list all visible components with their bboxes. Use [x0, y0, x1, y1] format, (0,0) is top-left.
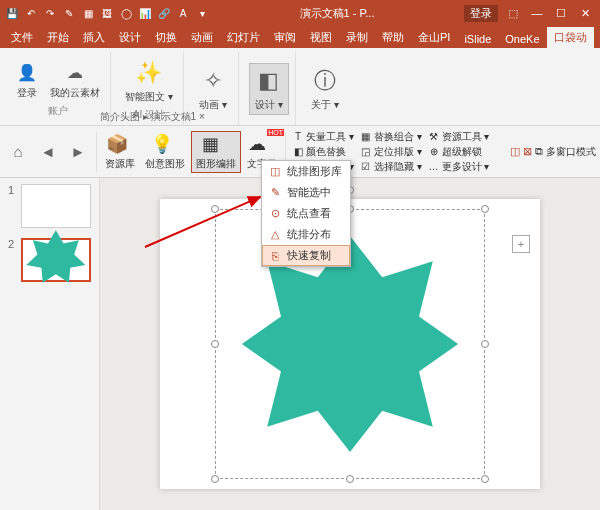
brush-icon[interactable]: ✎: [61, 5, 77, 21]
design-button[interactable]: ◧ 设计 ▾: [249, 63, 289, 115]
tab-addin1[interactable]: 金山PI: [411, 27, 457, 48]
resize-handle-sw[interactable]: [211, 475, 219, 483]
tab-view[interactable]: 视图: [303, 27, 339, 48]
vector-tools-button[interactable]: T矢量工具 ▾: [290, 130, 356, 144]
position-layout-button[interactable]: ◲定位排版 ▾: [358, 145, 424, 159]
grid-icon: ▦: [202, 133, 230, 157]
smart-graphic-button[interactable]: ✨ 智能图文 ▾: [121, 56, 177, 106]
cloud-hot-icon: ☁HOT: [248, 133, 276, 157]
menu-item-library[interactable]: ◫统排图形库: [262, 161, 350, 182]
resource-lib-button[interactable]: 📦 资源库: [101, 132, 139, 172]
ribbon-group-account: 👤 登录 ☁ 我的云素材 账户: [6, 52, 111, 125]
tab-pocket[interactable]: 口袋动: [547, 27, 594, 48]
more-design-button[interactable]: …更多设计 ▾: [426, 160, 492, 174]
design-icon: ◧: [254, 66, 284, 96]
menu-item-distribute[interactable]: △统排分布: [262, 224, 350, 245]
more-icon: …: [428, 161, 440, 173]
resize-handle-w[interactable]: [211, 340, 219, 348]
redo-icon[interactable]: ↷: [42, 5, 58, 21]
tab-newgroup[interactable]: 新建组: [594, 27, 600, 48]
thumbnail-2[interactable]: 2: [8, 238, 91, 282]
thumbnail-1[interactable]: 1: [8, 184, 91, 228]
animation-icon: ✧: [198, 66, 228, 96]
tab-addin2[interactable]: iSlide: [457, 30, 498, 48]
super-unlock-button[interactable]: ⊕超级解锁: [426, 145, 492, 159]
grid-icon: ▦: [360, 131, 372, 143]
replace-group-button[interactable]: ▦替换组合 ▾: [358, 130, 424, 144]
maximize-button[interactable]: ☐: [550, 7, 572, 20]
forward-button[interactable]: ►: [64, 140, 92, 164]
close-box-icon[interactable]: ⊠: [523, 145, 532, 158]
tab-addin3[interactable]: OneKe: [498, 30, 546, 48]
ribbon-options-button[interactable]: ⬚: [502, 7, 524, 20]
menu-item-quick-copy[interactable]: ⎘快速复制: [262, 245, 350, 266]
breadcrumb-item[interactable]: 演示文稿1 ×: [151, 111, 205, 122]
breadcrumb-item[interactable]: 简介头图 ▸: [100, 111, 148, 122]
more-icon[interactable]: ▾: [194, 5, 210, 21]
layout-add-button[interactable]: +: [512, 235, 530, 253]
tab-review[interactable]: 审阅: [267, 27, 303, 48]
text-icon[interactable]: A: [175, 5, 191, 21]
creative-shapes-button[interactable]: 💡 创意图形: [141, 132, 189, 172]
close-button[interactable]: ✕: [574, 7, 596, 20]
multi-window-icon[interactable]: ⧉: [535, 145, 543, 158]
tool-column-3: ⚒资源工具 ▾ ⊕超级解锁 …更多设计 ▾: [426, 130, 492, 174]
menu-item-smart-select[interactable]: ✎智能选中: [262, 182, 350, 203]
link-icon[interactable]: 🔗: [156, 5, 172, 21]
tab-file[interactable]: 文件: [4, 27, 40, 48]
sparkle-icon: ✨: [134, 58, 164, 88]
shape-arrange-button[interactable]: ▦ 图形编排: [191, 131, 241, 173]
library-icon: ◫: [268, 165, 282, 178]
tab-slideshow[interactable]: 幻灯片: [220, 27, 267, 48]
resize-handle-nw[interactable]: [211, 205, 219, 213]
undo-icon[interactable]: ↶: [23, 5, 39, 21]
tab-transitions[interactable]: 切换: [148, 27, 184, 48]
chart-icon[interactable]: 📊: [137, 5, 153, 21]
tab-insert[interactable]: 插入: [76, 27, 112, 48]
eye-icon: ☑: [360, 161, 372, 173]
back-button[interactable]: ◄: [34, 140, 62, 164]
warning-icon: △: [268, 228, 282, 241]
copy-icon: ⎘: [268, 250, 282, 262]
tab-animations[interactable]: 动画: [184, 27, 220, 48]
group-label-account: 账户: [48, 104, 68, 118]
cloud-icon: ☁: [64, 62, 86, 84]
resource-tools-button[interactable]: ⚒资源工具 ▾: [426, 130, 492, 144]
animation-button[interactable]: ✧ 动画 ▾: [194, 64, 232, 114]
minimize-button[interactable]: —: [526, 7, 548, 20]
ribbon-group-about: ⓘ 关于 ▾: [300, 52, 350, 125]
titlebar: 💾 ↶ ↷ ✎ ▦ 🖼 ◯ 📊 🔗 A ▾ 演示文稿1 - P... 登录 ⬚ …: [0, 0, 600, 26]
tab-help[interactable]: 帮助: [375, 27, 411, 48]
table-icon[interactable]: ▦: [80, 5, 96, 21]
select-hide-button[interactable]: ☑选择隐藏 ▾: [358, 160, 424, 174]
tab-record[interactable]: 录制: [339, 27, 375, 48]
slide-thumbnails: 1 2: [0, 178, 100, 510]
multi-window-label[interactable]: 多窗口模式: [546, 145, 596, 159]
chevron-right-icon: ►: [67, 141, 89, 163]
compass-icon: ⌂: [7, 141, 29, 163]
resize-handle-ne[interactable]: [481, 205, 489, 213]
tab-home[interactable]: 开始: [40, 27, 76, 48]
menu-item-point-view[interactable]: ⊙统点查看: [262, 203, 350, 224]
save-icon[interactable]: 💾: [4, 5, 20, 21]
resize-handle-s[interactable]: [346, 475, 354, 483]
resize-handle-se[interactable]: [481, 475, 489, 483]
tab-design[interactable]: 设计: [112, 27, 148, 48]
color-replace-button[interactable]: ◧颜色替换: [290, 145, 356, 159]
tool-column-2: ▦替换组合 ▾ ◲定位排版 ▾ ☑选择隐藏 ▾: [358, 130, 424, 174]
user-icon: 👤: [16, 62, 38, 84]
nav-button[interactable]: ⌂: [4, 140, 32, 164]
box-small-icon[interactable]: ◫: [510, 145, 520, 158]
image-icon[interactable]: 🖼: [99, 5, 115, 21]
login-button[interactable]: 登录: [464, 5, 498, 22]
resize-handle-e[interactable]: [481, 340, 489, 348]
about-button[interactable]: ⓘ 关于 ▾: [306, 64, 344, 114]
login-ribbon-button[interactable]: 👤 登录: [12, 60, 42, 102]
lightbulb-icon: 💡: [151, 133, 179, 157]
shape-icon[interactable]: ◯: [118, 5, 134, 21]
cloud-material-button[interactable]: ☁ 我的云素材: [46, 60, 104, 102]
pencil-icon: ✎: [268, 186, 282, 199]
layout-icon: ◲: [360, 146, 372, 158]
ribbon-tabs: 文件 开始 插入 设计 切换 动画 幻灯片 审阅 视图 录制 帮助 金山PI i…: [0, 26, 600, 48]
tool-icon: ⚒: [428, 131, 440, 143]
